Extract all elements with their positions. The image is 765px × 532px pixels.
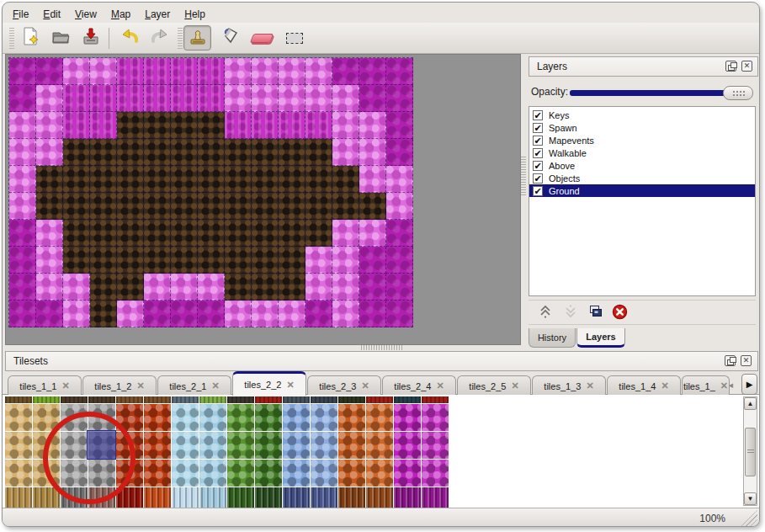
- layer-row-keys[interactable]: ✔Keys: [529, 109, 755, 121]
- tileset-tile-edge[interactable]: [255, 396, 282, 403]
- layer-visibility-checkbox[interactable]: ✔: [533, 136, 543, 146]
- map-tile[interactable]: [252, 193, 279, 220]
- map-tile[interactable]: [9, 301, 36, 327]
- map-tile[interactable]: [198, 58, 225, 85]
- map-tile[interactable]: [305, 58, 332, 85]
- tileset-tile[interactable]: [227, 404, 254, 431]
- tileset-tile[interactable]: [199, 404, 226, 431]
- map-tile[interactable]: [36, 193, 63, 220]
- tileset-tile-edge[interactable]: [116, 396, 143, 403]
- map-tile[interactable]: [144, 193, 171, 220]
- tileset-tile[interactable]: [172, 460, 199, 487]
- map-tile[interactable]: [117, 112, 144, 139]
- map-tile[interactable]: [63, 220, 90, 247]
- tileset-tile[interactable]: [5, 404, 32, 431]
- tileset-tile[interactable]: [172, 432, 199, 459]
- layer-visibility-checkbox[interactable]: ✔: [533, 173, 543, 184]
- map-tile[interactable]: [171, 247, 198, 274]
- map-tile[interactable]: [252, 220, 279, 247]
- map-tile[interactable]: [305, 220, 332, 247]
- map-tile[interactable]: [305, 301, 332, 327]
- tileset-tile[interactable]: [283, 404, 310, 431]
- map-tile[interactable]: [279, 139, 305, 166]
- layer-visibility-checkbox[interactable]: ✔: [533, 110, 543, 120]
- tileset-tile[interactable]: [394, 432, 421, 459]
- map-tile[interactable]: [90, 166, 117, 193]
- map-tile[interactable]: [9, 85, 36, 112]
- map-tile[interactable]: [225, 139, 252, 166]
- tileset-tile[interactable]: [394, 487, 421, 508]
- map-tile[interactable]: [359, 139, 386, 166]
- map-tile[interactable]: [386, 139, 413, 166]
- map-tile[interactable]: [225, 85, 252, 112]
- tileset-tile-edge[interactable]: [33, 396, 60, 403]
- map-tile[interactable]: [63, 58, 90, 85]
- map-tile[interactable]: [332, 247, 359, 274]
- map-tile[interactable]: [225, 112, 252, 139]
- fill-tool-button[interactable]: [217, 25, 245, 51]
- map-tile[interactable]: [386, 220, 413, 247]
- map-grid[interactable]: [8, 57, 413, 327]
- map-tile[interactable]: [305, 139, 332, 166]
- rect-select-tool-button[interactable]: [280, 25, 308, 51]
- map-tile[interactable]: [279, 247, 305, 274]
- map-tile[interactable]: [90, 58, 117, 85]
- tileset-tile[interactable]: [255, 432, 282, 459]
- tileset-tile-edge[interactable]: [394, 396, 421, 403]
- tileset-tile[interactable]: [311, 404, 337, 431]
- tileset-tile[interactable]: [422, 487, 449, 508]
- map-tile[interactable]: [332, 139, 359, 166]
- map-tile[interactable]: [117, 247, 144, 274]
- map-tile[interactable]: [9, 247, 36, 274]
- map-tile[interactable]: [279, 193, 305, 220]
- map-tile[interactable]: [117, 139, 144, 166]
- map-tile[interactable]: [117, 193, 144, 220]
- tileset-tile-edge[interactable]: [144, 396, 171, 403]
- raise-layer-button[interactable]: [535, 303, 555, 323]
- map-tile[interactable]: [117, 85, 144, 112]
- map-tile[interactable]: [36, 139, 63, 166]
- layer-row-walkable[interactable]: ✔Walkable: [529, 146, 755, 159]
- map-tile[interactable]: [171, 274, 198, 301]
- tileset-tile[interactable]: [227, 432, 254, 459]
- map-tile[interactable]: [279, 166, 305, 193]
- map-tile[interactable]: [332, 58, 359, 85]
- tileset-tile-edge[interactable]: [199, 396, 226, 403]
- tab-close-icon[interactable]: ✕: [436, 380, 444, 391]
- tab-close-icon[interactable]: ✕: [511, 380, 518, 391]
- map-tile[interactable]: [252, 139, 279, 166]
- map-tile[interactable]: [144, 58, 171, 85]
- map-tile[interactable]: [171, 112, 198, 139]
- tileset-tab-tiles_1_[interactable]: tiles_1_✕: [682, 375, 730, 396]
- map-tile[interactable]: [36, 274, 63, 301]
- map-tile[interactable]: [279, 85, 305, 112]
- tileset-tile[interactable]: [422, 460, 449, 487]
- tileset-tile[interactable]: [338, 432, 365, 459]
- map-tile[interactable]: [386, 301, 413, 327]
- tileset-tab-tiles_1_3[interactable]: tiles_1_3✕: [532, 375, 606, 396]
- float-tilesets-icon[interactable]: [725, 355, 736, 366]
- layer-visibility-checkbox[interactable]: ✔: [533, 123, 543, 133]
- map-tile[interactable]: [305, 112, 332, 139]
- tab-scroll-right-button[interactable]: ▶: [741, 374, 757, 395]
- tileset-tile-edge[interactable]: [422, 396, 449, 403]
- map-tile[interactable]: [332, 193, 359, 220]
- tileset-tile[interactable]: [199, 487, 226, 508]
- map-tile[interactable]: [225, 193, 252, 220]
- map-tile[interactable]: [9, 274, 36, 301]
- layer-row-ground[interactable]: ✔Ground: [529, 184, 755, 197]
- tileset-tile[interactable]: [366, 404, 393, 431]
- tileset-tile[interactable]: [422, 404, 449, 431]
- map-tile[interactable]: [90, 85, 117, 112]
- dock-tab-history[interactable]: History: [529, 328, 576, 348]
- map-tile[interactable]: [144, 274, 171, 301]
- map-tile[interactable]: [9, 112, 36, 139]
- map-tile[interactable]: [252, 247, 279, 274]
- lower-layer-button[interactable]: [560, 303, 581, 323]
- menu-item-view[interactable]: View: [75, 8, 97, 20]
- map-tile[interactable]: [9, 166, 36, 193]
- map-tile[interactable]: [359, 58, 386, 85]
- map-tile[interactable]: [359, 274, 386, 301]
- tileset-tile[interactable]: [144, 460, 171, 487]
- map-tile[interactable]: [144, 301, 171, 327]
